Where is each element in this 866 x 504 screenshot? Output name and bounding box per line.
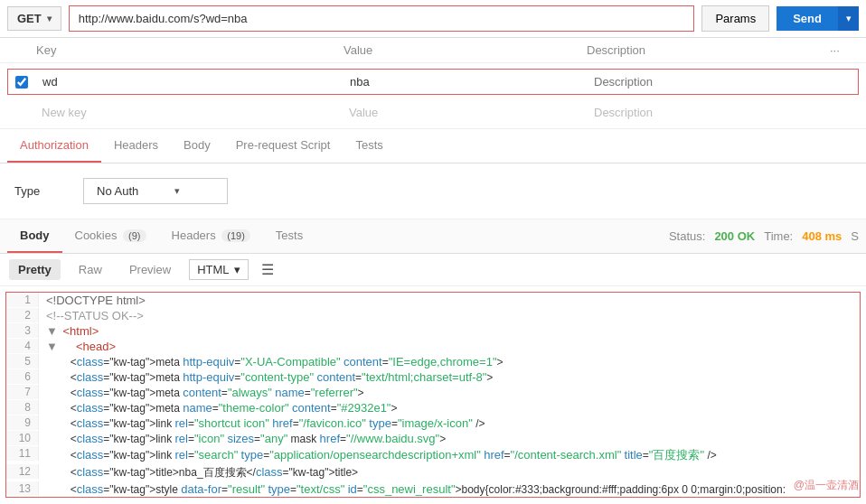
- code-line: 13 <class="kw-tag">style data-for="resul…: [6, 481, 860, 497]
- params-section: Key Value Description ··· New key Value …: [0, 38, 866, 129]
- code-line: 3▼ <html>: [6, 323, 860, 339]
- send-chevron-button[interactable]: ▾: [838, 6, 859, 31]
- line-content: <class="kw-tag">meta http-equiv="X-UA-Co…: [39, 354, 511, 369]
- code-viewer: 1<!DOCTYPE html>2<!--STATUS OK-->3▼ <htm…: [5, 292, 861, 498]
- code-line: 2<!--STATUS OK-->: [6, 308, 860, 323]
- new-value-placeholder: Value: [342, 100, 587, 125]
- line-number: 4: [6, 339, 39, 353]
- line-number: 5: [6, 354, 39, 369]
- tab-tests[interactable]: Tests: [343, 129, 395, 163]
- code-line: 12 <class="kw-tag">title>nba_百度搜索</class…: [6, 464, 860, 481]
- new-key-placeholder: New key: [34, 100, 342, 125]
- tab-headers[interactable]: Headers: [101, 129, 171, 163]
- request-tabs: AuthorizationHeadersBodyPre-request Scri…: [0, 129, 866, 163]
- description-input[interactable]: [587, 70, 831, 94]
- badge-cookies: (9): [123, 229, 146, 242]
- tab-prerequest[interactable]: Pre-request Script: [223, 129, 344, 163]
- code-line: 1<!DOCTYPE html>: [6, 293, 860, 308]
- format-bar: PrettyRawPreviewHTML▾☰: [0, 254, 866, 286]
- status-label: Status:: [669, 229, 705, 243]
- value-input[interactable]: [343, 70, 587, 94]
- tab-body[interactable]: Body: [171, 129, 223, 163]
- line-content: ▼ <html>: [39, 323, 106, 339]
- line-number: 9: [6, 415, 39, 430]
- col-desc-header: Description: [587, 43, 830, 57]
- line-number: 1: [6, 293, 39, 307]
- line-content: <class="kw-tag">meta http-equiv="content…: [39, 369, 500, 385]
- size-value: S: [851, 229, 859, 243]
- line-content: <!--STATUS OK-->: [39, 308, 151, 323]
- format-chevron-icon: ▾: [234, 263, 240, 276]
- auth-type-select[interactable]: No Auth ▾: [83, 178, 228, 204]
- code-line: 8 <class="kw-tag">meta name="theme-color…: [6, 400, 860, 415]
- line-content: <class="kw-tag">link rel="icon" sizes="a…: [39, 431, 453, 446]
- table-row: [7, 69, 859, 95]
- line-number: 6: [6, 369, 39, 384]
- send-button-group: Send ▾: [777, 6, 859, 31]
- status-value: 200 OK: [714, 229, 755, 243]
- badge-headers: (19): [221, 229, 250, 242]
- auth-type-value: No Auth: [97, 184, 138, 198]
- code-line: 6 <class="kw-tag">meta http-equiv="conte…: [6, 369, 860, 385]
- resp-tab-body[interactable]: Body: [7, 219, 62, 253]
- line-content: <class="kw-tag">link rel="shortcut icon"…: [39, 415, 493, 431]
- line-number: 11: [6, 446, 39, 461]
- format-select[interactable]: HTML▾: [189, 259, 248, 280]
- row-checkbox[interactable]: [15, 76, 28, 89]
- url-input[interactable]: [69, 5, 695, 32]
- code-line: 7 <class="kw-tag">meta content="always" …: [6, 385, 860, 400]
- collapse-arrow[interactable]: ▼: [46, 324, 61, 338]
- new-key-row: New key Value Description: [7, 100, 859, 125]
- time-label: Time:: [764, 229, 793, 243]
- key-input[interactable]: [35, 70, 343, 94]
- line-number: 7: [6, 385, 39, 399]
- col-key-header: Key: [9, 43, 344, 57]
- tab-authorization[interactable]: Authorization: [7, 129, 101, 163]
- fmt-tab-preview[interactable]: Preview: [120, 259, 180, 280]
- collapse-arrow[interactable]: ▼: [46, 340, 61, 353]
- method-chevron-icon: ▾: [47, 14, 52, 23]
- line-content: <class="kw-tag">meta content="always" na…: [39, 385, 372, 400]
- line-content: <class="kw-tag">title>nba_百度搜索</class="k…: [39, 464, 365, 481]
- auth-row: Type No Auth ▾: [14, 178, 852, 204]
- params-button[interactable]: Params: [701, 5, 769, 32]
- line-number: 3: [6, 323, 39, 338]
- response-meta: Status: 200 OK Time: 408 ms S: [669, 229, 859, 243]
- params-header: Key Value Description ···: [0, 38, 866, 63]
- line-content: <!DOCTYPE html>: [39, 293, 153, 308]
- code-line: 11 <class="kw-tag">link rel="search" typ…: [6, 446, 860, 464]
- fmt-tab-raw[interactable]: Raw: [70, 259, 111, 280]
- code-line: 4▼ <head>: [6, 339, 860, 354]
- resp-tab-tests[interactable]: Tests: [263, 219, 315, 253]
- fmt-tab-pretty[interactable]: Pretty: [9, 259, 61, 280]
- line-content: <class="kw-tag">link rel="search" type="…: [39, 446, 724, 464]
- line-number: 13: [6, 481, 39, 496]
- code-line: 10 <class="kw-tag">link rel="icon" sizes…: [6, 431, 860, 446]
- top-bar: GET ▾ Params Send ▾: [0, 0, 866, 38]
- auth-section: Type No Auth ▾: [0, 163, 866, 219]
- line-content: <class="kw-tag">meta name="theme-color" …: [39, 400, 405, 415]
- line-number: 8: [6, 400, 39, 415]
- response-tabs-bar: BodyCookies (9)Headers (19)Tests Status:…: [0, 219, 866, 254]
- line-number: 10: [6, 431, 39, 445]
- auth-type-label: Type: [14, 184, 69, 198]
- send-button[interactable]: Send: [777, 6, 838, 31]
- code-line: 5 <class="kw-tag">meta http-equiv="X-UA-…: [6, 354, 860, 369]
- code-line: 9 <class="kw-tag">link rel="shortcut ico…: [6, 415, 860, 431]
- format-value: HTML: [197, 263, 229, 276]
- new-desc-placeholder: Description: [587, 100, 832, 125]
- method-label: GET: [17, 12, 42, 25]
- time-value: 408 ms: [802, 229, 842, 243]
- col-value-header: Value: [344, 43, 587, 57]
- wrap-icon[interactable]: ☰: [261, 261, 274, 278]
- resp-tab-cookies[interactable]: Cookies (9): [62, 219, 159, 253]
- line-number: 12: [6, 464, 39, 479]
- row-checkbox-cell[interactable]: [8, 70, 35, 94]
- line-content: <class="kw-tag">style data-for="result" …: [39, 481, 793, 497]
- resp-tab-headers[interactable]: Headers (19): [159, 219, 263, 253]
- line-number: 2: [6, 308, 39, 322]
- method-select[interactable]: GET ▾: [7, 6, 61, 31]
- line-content: ▼ <head>: [39, 339, 123, 354]
- auth-chevron-icon: ▾: [174, 185, 180, 197]
- col-actions-header: ···: [830, 43, 857, 57]
